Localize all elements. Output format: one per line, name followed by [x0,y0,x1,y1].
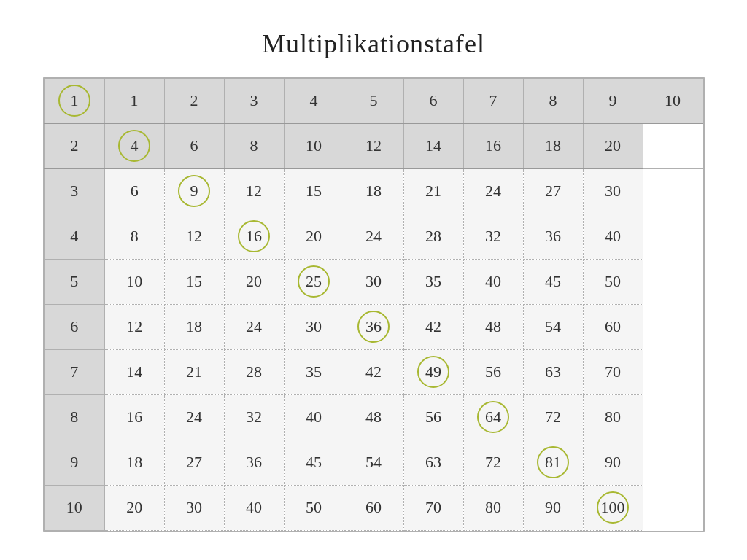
cell-10-4: 50 [284,485,344,530]
cell-4-7: 32 [463,214,523,259]
page-title: Multiplikationstafel [262,28,485,59]
cell-4-9: 40 [583,214,643,259]
cell-10-1: 20 [104,485,164,530]
cell-4-1: 8 [104,214,164,259]
cell-3-2: 9 [164,168,224,214]
cell-6-5: 36 [344,304,403,349]
row-header-9: 9 [44,440,104,485]
cell-3-5: 18 [344,168,403,214]
cell-8-9: 80 [583,394,643,440]
cell-8-5: 48 [344,394,403,440]
table-row: 8162432404856647280 [44,394,703,440]
header-cell-1: 1 [104,78,164,123]
header-cell-topleft: 1 [44,78,104,123]
cell-9-3: 36 [224,440,284,485]
cell-8-3: 32 [224,394,284,440]
cell-6-8: 54 [523,304,583,349]
header-cell-10: 10 [643,78,703,123]
cell-9-7: 72 [463,440,523,485]
row-header-2: 2 [44,123,104,168]
cell-3-4: 15 [284,168,344,214]
cell-10-5: 60 [344,485,403,530]
cell-10-9: 100 [583,485,643,530]
cell-2-9: 20 [583,123,643,168]
row-header-8: 8 [44,394,104,440]
cell-9-2: 27 [164,440,224,485]
header-cell-4: 4 [284,78,344,123]
cell-10-3: 40 [224,485,284,530]
cell-3-3: 12 [224,168,284,214]
cell-8-8: 72 [523,394,583,440]
cell-7-9: 70 [583,349,643,394]
cell-2-1: 4 [104,123,164,168]
cell-7-3: 28 [224,349,284,394]
cell-7-6: 49 [403,349,463,394]
cell-8-6: 56 [403,394,463,440]
cell-5-9: 50 [583,259,643,304]
table-row: 2468101214161820 [44,123,703,168]
cell-4-4: 20 [284,214,344,259]
cell-6-1: 12 [104,304,164,349]
header-cell-5: 5 [344,78,403,123]
cell-7-1: 14 [104,349,164,394]
cell-2-7: 16 [463,123,523,168]
cell-6-7: 48 [463,304,523,349]
cell-4-6: 28 [403,214,463,259]
cell-8-7: 64 [463,394,523,440]
cell-8-2: 24 [164,394,224,440]
cell-10-8: 90 [523,485,583,530]
header-cell-9: 9 [583,78,643,123]
cell-9-6: 63 [403,440,463,485]
cell-5-4: 25 [284,259,344,304]
cell-5-8: 45 [523,259,583,304]
cell-4-2: 12 [164,214,224,259]
cell-8-4: 40 [284,394,344,440]
table-row: 36912151821242730 [44,168,703,214]
cell-7-5: 42 [344,349,403,394]
table-row: 7142128354249566370 [44,349,703,394]
cell-2-6: 14 [403,123,463,168]
cell-9-8: 81 [523,440,583,485]
cell-6-3: 24 [224,304,284,349]
row-header-6: 6 [44,304,104,349]
cell-4-8: 36 [523,214,583,259]
cell-10-2: 30 [164,485,224,530]
cell-6-6: 42 [403,304,463,349]
cell-2-5: 12 [344,123,403,168]
row-header-5: 5 [44,259,104,304]
cell-7-2: 21 [164,349,224,394]
cell-10-6: 70 [403,485,463,530]
table-row: 481216202428323640 [44,214,703,259]
cell-6-9: 60 [583,304,643,349]
cell-9-5: 54 [344,440,403,485]
cell-5-2: 15 [164,259,224,304]
header-cell-3: 3 [224,78,284,123]
cell-7-7: 56 [463,349,523,394]
cell-9-1: 18 [104,440,164,485]
header-cell-2: 2 [164,78,224,123]
header-cell-6: 6 [403,78,463,123]
row-header-10: 10 [44,485,104,530]
cell-2-4: 10 [284,123,344,168]
cell-3-7: 24 [463,168,523,214]
cell-5-6: 35 [403,259,463,304]
row-header-4: 4 [44,214,104,259]
cell-3-1: 6 [104,168,164,214]
cell-2-2: 6 [164,123,224,168]
table-row: 6121824303642485460 [44,304,703,349]
multiplication-table-wrapper: 1123456789102468101214161820369121518212… [43,77,705,532]
table-row: 9182736455463728190 [44,440,703,485]
header-cell-7: 7 [463,78,523,123]
cell-7-4: 35 [284,349,344,394]
cell-2-3: 8 [224,123,284,168]
table-row: 102030405060708090100 [44,485,703,530]
cell-4-5: 24 [344,214,403,259]
cell-2-8: 18 [523,123,583,168]
header-cell-8: 8 [523,78,583,123]
cell-5-7: 40 [463,259,523,304]
cell-3-8: 27 [523,168,583,214]
cell-3-9: 30 [583,168,643,214]
cell-10-7: 80 [463,485,523,530]
cell-8-1: 16 [104,394,164,440]
cell-3-6: 21 [403,168,463,214]
